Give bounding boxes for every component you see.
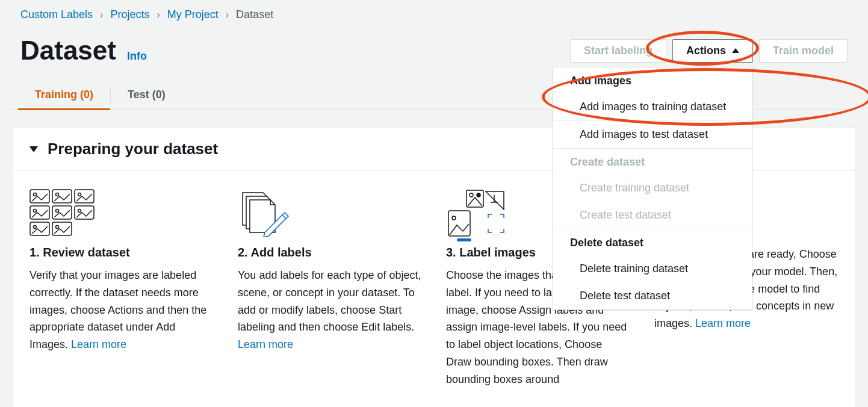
step-review-dataset: 1. Review dataset Verify that your image… [29,189,214,388]
panel-title: Preparing your dataset [48,140,218,158]
actions-dropdown: Add images Add images to training datase… [553,67,752,310]
svg-point-17 [470,193,473,197]
breadcrumb: Custom Labels › Projects › My Project › … [12,0,856,32]
svg-rect-4 [75,190,94,203]
info-link[interactable]: Info [127,50,147,63]
learn-more-link[interactable]: Learn more [238,338,293,350]
step-add-labels: 2. Add labels You add labels for each ty… [238,189,422,388]
dd-header-add-images: Add images [553,67,752,93]
dd-header-delete: Delete dataset [553,229,752,255]
page-title: Dataset [20,36,116,66]
breadcrumb-link-my-project[interactable]: My Project [167,8,219,21]
images-grid-icon [29,189,214,237]
breadcrumb-current: Dataset [236,8,273,21]
actions-button[interactable]: Actions [672,39,753,63]
chevron-right-icon: › [226,10,229,20]
svg-point-20 [452,216,456,220]
svg-point-9 [56,210,59,213]
svg-rect-0 [30,190,49,203]
chevron-right-icon: › [157,10,160,20]
svg-point-18 [477,193,480,197]
svg-point-15 [56,226,59,229]
breadcrumb-link-projects[interactable]: Projects [110,8,149,21]
dd-header-create: Create dataset [553,149,752,175]
train-model-button[interactable]: Train model [759,39,848,63]
dd-item-delete-test[interactable]: Delete test dataset [553,282,752,309]
svg-point-1 [34,193,37,196]
svg-rect-12 [30,222,49,235]
dd-item-add-training[interactable]: Add images to training dataset [553,93,752,120]
svg-point-5 [78,193,81,196]
chevron-right-icon: › [100,10,103,20]
svg-rect-6 [30,206,49,219]
dd-item-add-test[interactable]: Add images to test dataset [553,121,752,148]
svg-rect-2 [52,190,72,203]
documents-pencil-icon [238,189,422,237]
dd-item-create-training: Create training dataset [553,175,752,202]
svg-point-3 [56,193,59,196]
breadcrumb-link-custom-labels[interactable]: Custom Labels [20,8,93,21]
caret-down-icon [29,146,38,152]
svg-point-13 [34,226,37,229]
step-title: 2. Add labels [238,246,422,259]
learn-more-link[interactable]: Learn more [71,338,126,350]
svg-point-7 [34,210,37,213]
svg-point-11 [78,210,81,213]
step-body: You add labels for each type of object, … [238,267,422,353]
learn-more-link[interactable]: Learn more [695,317,751,329]
start-labeling-button[interactable]: Start labeling [570,39,666,63]
svg-rect-8 [52,206,72,219]
tab-training[interactable]: Training (0) [18,80,110,110]
dd-item-delete-training[interactable]: Delete training dataset [553,255,752,282]
svg-rect-14 [52,222,72,235]
caret-up-icon [732,48,739,53]
svg-rect-10 [75,206,94,219]
step-title: 1. Review dataset [29,246,214,259]
dd-item-create-test: Create test dataset [553,202,752,229]
step-body: Verify that your images are labeled corr… [29,267,214,353]
tab-test[interactable]: Test (0) [111,80,182,110]
actions-label: Actions [686,45,726,57]
svg-rect-21 [457,238,471,241]
